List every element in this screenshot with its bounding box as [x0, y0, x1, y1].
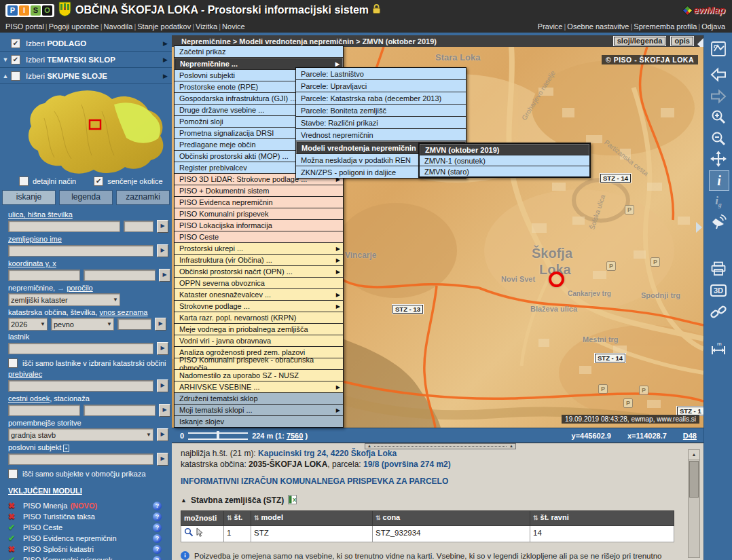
nav-link[interactable]: Novice: [222, 22, 245, 31]
scroll-up-icon[interactable]: ▲: [689, 450, 699, 460]
scale-link[interactable]: 7560: [287, 432, 303, 440]
panel-open-icon[interactable]: ▶: [163, 73, 168, 79]
geoname-search-button[interactable]: ▶: [157, 244, 168, 257]
business-info-icon[interactable]: ▪: [63, 445, 69, 452]
layer-panel-podlago[interactable]: IzberiPODLAGO▶: [0, 35, 172, 52]
menu-item[interactable]: Vodni viri - javna obravnava: [175, 335, 343, 347]
menu-item[interactable]: Vrednost nepremičnin: [296, 129, 466, 141]
panel-open-icon[interactable]: ▶: [163, 56, 168, 63]
owner-input[interactable]: [8, 343, 153, 354]
zoom-out-button[interactable]: [709, 129, 728, 148]
table-header[interactable]: možnosti: [181, 511, 224, 526]
module-help-button[interactable]: ?: [153, 556, 162, 560]
table-header[interactable]: ⇅št. ravni: [530, 511, 674, 526]
services-search-button[interactable]: ▶: [157, 428, 168, 441]
module-help-button[interactable]: ?: [153, 523, 162, 532]
collapse-icon[interactable]: ▼: [0, 56, 11, 63]
menu-item[interactable]: PISO Evidenca nepremičnin: [175, 197, 343, 208]
street-search-button[interactable]: ▶: [157, 220, 168, 233]
piso-logo[interactable]: PISO: [5, 4, 54, 17]
resident-input[interactable]: [8, 380, 153, 392]
table-header[interactable]: ⇅št.: [224, 511, 251, 526]
menu-item[interactable]: Moji tematski sklopi ...▶: [175, 405, 343, 416]
menu-item[interactable]: Stavbe: Različni prikazi: [296, 117, 466, 129]
layer-panel-tematski-sklop[interactable]: ▼IzberiTEMATSKI SKLOP▶: [0, 52, 172, 68]
nav-link[interactable]: Vizitka: [196, 22, 217, 31]
coordinate-search-button[interactable]: ▶: [159, 269, 170, 282]
menu-item[interactable]: OPPN severna obvoznica: [175, 278, 343, 289]
hillshade-checkbox[interactable]: [94, 176, 103, 186]
road-station-input[interactable]: [84, 405, 155, 416]
business-filter-checkbox[interactable]: [8, 469, 18, 479]
coordinate-y-input[interactable]: [8, 269, 80, 281]
menu-item[interactable]: Parcele: Boniteta zemljišč: [296, 105, 466, 117]
menu-item[interactable]: PISO Lokacijska informacija: [175, 220, 343, 231]
menu-item[interactable]: Meje vodnega in priobalnega zemljišča: [175, 324, 343, 335]
house-number-input[interactable]: [124, 221, 153, 232]
nav-link[interactable]: Navodila: [104, 22, 133, 31]
identify-button[interactable]: i: [709, 170, 729, 191]
road-search-button[interactable]: ▶: [159, 404, 170, 417]
pan-button[interactable]: [709, 149, 728, 168]
layer-panel-skupne-sloje[interactable]: ▲IzberiSKUPNE SLOJE▶: [0, 68, 172, 84]
tab-legenda[interactable]: legenda: [59, 190, 113, 205]
menu-item[interactable]: Strokovne podlage ...▶: [175, 301, 343, 312]
user-link[interactable]: Sprememba profila: [634, 22, 697, 31]
measure-button[interactable]: m: [709, 339, 728, 358]
layer-checkbox[interactable]: [11, 55, 20, 64]
layer-checkbox[interactable]: [11, 39, 20, 48]
row-zoom-icon[interactable]: [184, 530, 194, 538]
panel-expand-icon[interactable]: [696, 222, 702, 233]
module-help-button[interactable]: ?: [153, 534, 162, 543]
nav-link[interactable]: Pogoji uporabe: [49, 22, 99, 31]
panel-scrollbar[interactable]: ▲: [688, 449, 700, 558]
parcel-number-input[interactable]: [117, 318, 151, 330]
forward-button[interactable]: [709, 87, 728, 106]
user-link[interactable]: Osebne nastavitve: [567, 22, 629, 31]
menu-item[interactable]: Združeni tematski sklop: [175, 393, 343, 405]
ko-name-select[interactable]: pevno▼: [51, 318, 114, 331]
menu-item[interactable]: Parcele: Lastništvo: [296, 68, 466, 80]
menu-item[interactable]: Parcele: Katastrska raba (december 2013): [296, 92, 466, 105]
user-link[interactable]: Odjava: [701, 22, 725, 31]
road-section-input[interactable]: [8, 405, 80, 416]
menu-item[interactable]: PISO Komunalni prispevek: [175, 208, 343, 220]
scroll-thumb[interactable]: [689, 461, 699, 498]
menu-item[interactable]: ZMVN (staro): [420, 166, 589, 176]
address-link[interactable]: Kapucinski trg 24, 4220 Škofja Loka: [258, 449, 397, 458]
module-help-button[interactable]: ?: [153, 545, 162, 554]
cadastre-type-select[interactable]: zemljiški kataster▼: [8, 293, 120, 306]
full-extent-button[interactable]: [709, 39, 728, 58]
layer-checkbox[interactable]: [11, 71, 20, 81]
overview-map[interactable]: [0, 84, 172, 175]
list-entry-link[interactable]: vnos seznama: [100, 308, 148, 316]
nav-link[interactable]: PISO portal: [5, 22, 44, 31]
owner-filter-checkbox[interactable]: [8, 358, 18, 368]
detail-mode-checkbox[interactable]: [19, 176, 29, 186]
3d-view-button[interactable]: 3D: [709, 281, 728, 300]
services-select[interactable]: gradnja stavb▼: [8, 428, 153, 441]
description-button[interactable]: opis: [670, 36, 694, 46]
menu-item[interactable]: ZMVN-1 (osnutek): [420, 155, 589, 166]
module-help-button[interactable]: ?: [153, 502, 162, 510]
share-link-button[interactable]: [709, 303, 728, 322]
menu-item[interactable]: Občinski prostorski načrt (OPN) ...▶: [175, 266, 343, 278]
menu-item[interactable]: ZMVN (oktober 2019): [420, 144, 589, 155]
layers-legend-button[interactable]: sloji/legenda: [613, 36, 667, 46]
back-button[interactable]: [709, 65, 728, 84]
collapse-icon[interactable]: ▲: [0, 73, 11, 79]
business-input[interactable]: [8, 453, 153, 465]
menu-item[interactable]: PISO Ceste: [175, 231, 343, 243]
identify-group-button[interactable]: ig: [709, 192, 728, 211]
menu-item[interactable]: PISO + Dokumentni sistem: [175, 185, 343, 197]
row-select-icon[interactable]: [196, 530, 204, 538]
menu-item[interactable]: PISO Komunalni prispevek - obračunska ob…: [175, 358, 343, 370]
zoom-in-button[interactable]: [709, 107, 728, 126]
excel-export-icon[interactable]: X: [288, 495, 297, 508]
section-collapse-icon[interactable]: ▲: [181, 496, 187, 506]
menu-item[interactable]: Začetni prikaz: [175, 46, 343, 58]
parcel-link[interactable]: 19/8 (površina 274 m2): [363, 460, 451, 469]
datum-link[interactable]: D48: [683, 432, 697, 440]
menu-item[interactable]: ARHIVSKE VSEBINE ...▶: [175, 381, 343, 393]
print-button[interactable]: [709, 259, 728, 278]
